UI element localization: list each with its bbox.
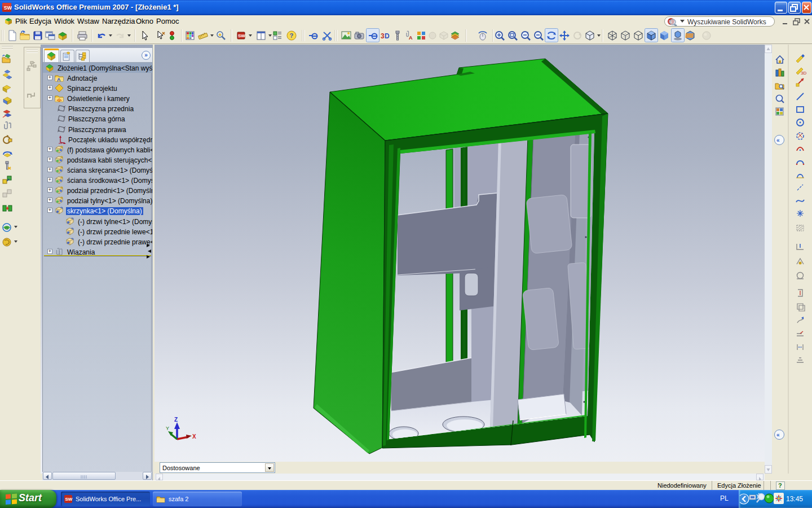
svg-text:SW: SW [238,33,245,38]
svg-text:«: « [776,432,780,438]
svg-text:X: X [192,433,196,440]
svg-text:A: A [409,35,413,41]
svg-text:SW: SW [4,5,12,11]
svg-text:SW: SW [65,497,73,502]
svg-text:Z: Z [174,417,178,423]
svg-text:A: A [57,77,61,82]
svg-text:G: G [5,226,8,231]
svg-text:Y: Y [166,426,169,431]
svg-text:D: D [385,32,390,40]
svg-text:I: I [527,31,528,35]
svg-text:?: ? [290,32,294,39]
svg-text:«: « [776,137,780,143]
svg-text:3: 3 [381,32,385,40]
svg-text:3D: 3D [801,71,806,76]
